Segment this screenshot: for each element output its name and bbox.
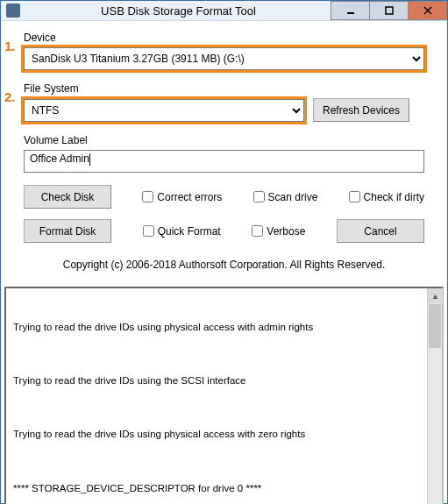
volume-row: Volume Label Office Admin [24, 134, 424, 173]
volume-label: Volume Label [24, 134, 424, 146]
format-row: Format Disk Quick Format Verbose Cancel [24, 219, 424, 243]
quick-format-check[interactable]: Quick Format [143, 225, 221, 238]
check-row: Check Disk Correct errors Scan drive Che… [24, 185, 424, 209]
device-row: Device 1. SanDisk U3 Titanium 3.27GB (39… [24, 32, 424, 70]
maximize-button[interactable] [369, 1, 409, 20]
log-line: Trying to read the drive IDs using physi… [13, 429, 420, 441]
app-window: USB Disk Storage Format Tool Device 1. S… [0, 0, 448, 504]
filesystem-label: File System [24, 82, 424, 95]
volume-label-input[interactable]: Office Admin [24, 150, 424, 173]
text-caret [89, 153, 90, 166]
check-disk-button[interactable]: Check Disk [24, 185, 111, 209]
client-area: Device 1. SanDisk U3 Titanium 3.27GB (39… [1, 21, 447, 287]
window-title: USB Disk Storage Format Tool [25, 4, 331, 18]
scan-drive-check[interactable]: Scan drive [253, 191, 318, 203]
svg-rect-1 [386, 7, 393, 14]
close-button[interactable] [408, 1, 447, 20]
filesystem-row: File System 2. NTFS Refresh Devices [24, 82, 424, 122]
log-panel: Trying to read the drive IDs using physi… [4, 287, 444, 504]
verbose-check[interactable]: Verbose [252, 225, 305, 238]
copyright-text: Copyright (c) 2006-2018 Authorsoft Corpo… [24, 253, 424, 280]
app-icon [6, 4, 20, 18]
scroll-up-icon[interactable]: ▲ [428, 288, 443, 303]
device-select[interactable]: SanDisk U3 Titanium 3.27GB (3911 MB) (G:… [24, 47, 424, 70]
step-marker-1: 1. [4, 39, 16, 53]
check-if-dirty-check[interactable]: Check if dirty [349, 191, 424, 203]
correct-errors-check[interactable]: Correct errors [142, 191, 222, 203]
minimize-button[interactable] [331, 1, 370, 20]
device-label: Device [24, 32, 424, 44]
vertical-scrollbar[interactable]: ▲ ▼ [427, 288, 442, 504]
titlebar: USB Disk Storage Format Tool [1, 1, 447, 21]
filesystem-select[interactable]: NTFS [24, 99, 304, 122]
step-marker-2: 2. [4, 89, 16, 104]
log-line: Trying to read the drive IDs using the S… [13, 375, 420, 387]
window-controls [331, 1, 447, 20]
log-line: **** STORAGE_DEVICE_DESCRIPTOR for drive… [13, 483, 420, 495]
log-textarea[interactable]: Trying to read the drive IDs using physi… [6, 288, 427, 504]
format-disk-button[interactable]: Format Disk [24, 219, 111, 243]
refresh-devices-button[interactable]: Refresh Devices [313, 98, 409, 122]
cancel-button[interactable]: Cancel [337, 219, 424, 243]
log-line: Trying to read the drive IDs using physi… [13, 322, 420, 334]
scroll-thumb[interactable] [429, 304, 441, 348]
